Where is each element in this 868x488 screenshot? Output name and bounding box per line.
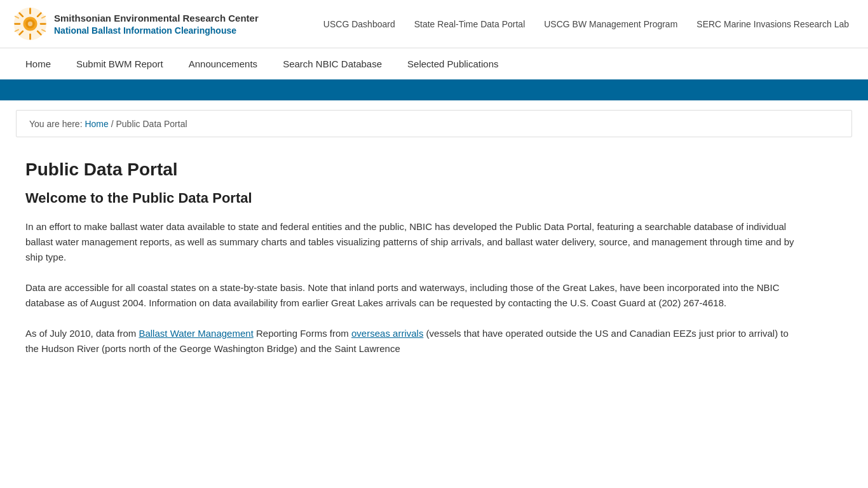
breadcrumb: You are here: Home / Public Data Portal: [29, 119, 187, 129]
nav-announcements[interactable]: Announcements: [176, 48, 270, 79]
svg-point-15: [28, 22, 32, 26]
page-title: Public Data Portal: [25, 159, 801, 180]
top-nav-uscg-bw[interactable]: USCG BW Management Program: [544, 19, 677, 29]
nav-search-nbic[interactable]: Search NBIC Database: [270, 48, 395, 79]
logo-area: Smithsonian Environmental Research Cente…: [13, 6, 259, 41]
breadcrumb-current: Public Data Portal: [116, 119, 187, 129]
breadcrumb-separator: /: [109, 119, 116, 129]
content-paragraph-1: In an effort to make ballast water data …: [25, 219, 801, 265]
ballast-water-management-link[interactable]: Ballast Water Management: [139, 328, 253, 339]
top-header: Smithsonian Environmental Research Cente…: [0, 0, 868, 48]
content-paragraph-3: As of July 2010, data from Ballast Water…: [25, 326, 801, 356]
top-nav-state-portal[interactable]: State Real-Time Data Portal: [414, 19, 526, 29]
org-text: Smithsonian Environmental Research Cente…: [54, 12, 259, 36]
org-name: Smithsonian Environmental Research Cente…: [54, 12, 259, 25]
breadcrumb-container: You are here: Home / Public Data Portal: [16, 110, 852, 137]
org-subtitle: National Ballast Information Clearinghou…: [54, 25, 259, 36]
nav-home[interactable]: Home: [13, 48, 64, 79]
page-subtitle: Welcome to the Public Data Portal: [25, 190, 801, 207]
serc-logo-icon: [13, 6, 48, 41]
top-nav-uscg-dashboard[interactable]: USCG Dashboard: [323, 19, 395, 29]
nav-selected-publications[interactable]: Selected Publications: [395, 48, 511, 79]
content-area: Public Data Portal Welcome to the Public…: [0, 147, 826, 397]
content-paragraph-2: Data are accessible for all coastal stat…: [25, 280, 801, 311]
para3-middle: Reporting Forms from: [254, 328, 351, 339]
nav-submit-bwm[interactable]: Submit BWM Report: [64, 48, 176, 79]
top-nav-serc-marine[interactable]: SERC Marine Invasions Research Lab: [696, 19, 849, 29]
para3-prefix: As of July 2010, data from: [25, 328, 139, 339]
top-nav: USCG Dashboard State Real-Time Data Port…: [323, 19, 849, 29]
main-nav: Home Submit BWM Report Announcements Sea…: [0, 48, 868, 81]
breadcrumb-prefix: You are here:: [29, 119, 85, 129]
overseas-arrivals-link[interactable]: overseas arrivals: [351, 328, 423, 339]
blue-banner: [0, 81, 868, 100]
breadcrumb-home-link[interactable]: Home: [85, 119, 108, 129]
